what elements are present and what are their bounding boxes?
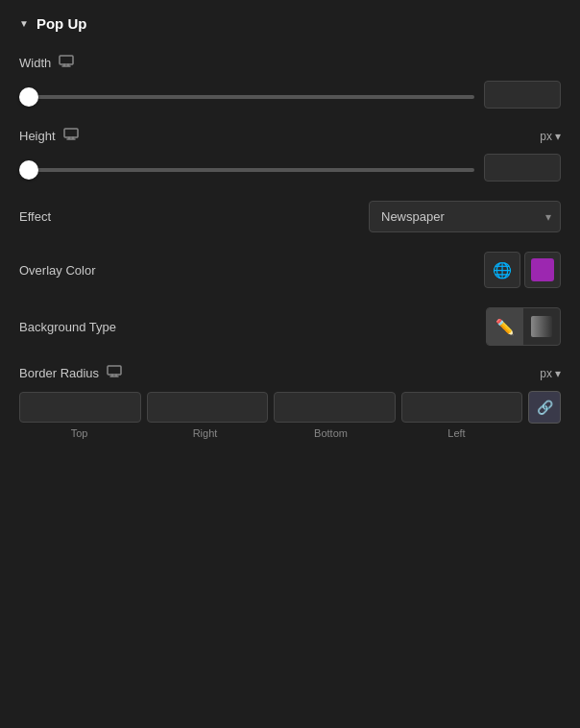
collapse-icon[interactable]: ▼ bbox=[19, 18, 29, 29]
effect-field: Effect Newspaper Fade Slide Zoom ▾ bbox=[19, 201, 561, 232]
border-right-label: Right bbox=[145, 427, 265, 439]
effect-label: Effect bbox=[19, 209, 51, 224]
width-label-row: Width bbox=[19, 55, 561, 71]
border-radius-right-input[interactable] bbox=[147, 392, 269, 423]
border-radius-unit-selector[interactable]: px ▾ bbox=[540, 367, 561, 380]
border-radius-left-input[interactable] bbox=[401, 392, 523, 423]
background-type-field: Background Type ✏️ bbox=[19, 307, 561, 346]
border-radius-bottom-input[interactable] bbox=[274, 392, 396, 423]
height-label-row: Height px ▾ bbox=[19, 128, 561, 144]
border-radius-inputs: 🔗 bbox=[19, 391, 561, 424]
width-field: Width bbox=[19, 55, 561, 109]
border-top-label: Top bbox=[19, 427, 139, 439]
effect-select[interactable]: Newspaper Fade Slide Zoom bbox=[369, 201, 561, 232]
border-left-label: Left bbox=[397, 427, 517, 439]
background-type-control: ✏️ bbox=[486, 307, 561, 346]
height-monitor-icon bbox=[63, 128, 79, 144]
overlay-color-inner bbox=[531, 258, 554, 281]
svg-rect-2 bbox=[108, 366, 121, 375]
gradient-thumb bbox=[531, 316, 552, 337]
svg-rect-0 bbox=[60, 56, 73, 64]
width-input[interactable] bbox=[484, 81, 561, 109]
width-monitor-icon bbox=[59, 55, 74, 71]
overlay-color-control: 🌐 bbox=[484, 252, 561, 288]
height-label: Height bbox=[19, 129, 56, 143]
height-input[interactable] bbox=[484, 154, 561, 182]
overlay-globe-button[interactable]: 🌐 bbox=[484, 252, 520, 288]
height-label-left: Height bbox=[19, 128, 79, 144]
overlay-color-field: Overlay Color 🌐 bbox=[19, 252, 561, 288]
height-slider-container bbox=[19, 154, 561, 182]
border-radius-monitor-icon bbox=[107, 365, 122, 381]
width-slider-container bbox=[19, 81, 561, 109]
border-radius-label-row: Border Radius px ▾ bbox=[19, 365, 561, 381]
width-slider-wrapper bbox=[19, 87, 474, 102]
border-radius-link-button[interactable]: 🔗 bbox=[528, 391, 561, 424]
bg-type-solid-button[interactable]: ✏️ bbox=[487, 308, 523, 345]
panel-title: Pop Up bbox=[36, 15, 87, 32]
bg-type-gradient-button[interactable] bbox=[523, 308, 560, 345]
height-unit-chevron: ▾ bbox=[555, 130, 561, 143]
border-radius-label-left: Border Radius bbox=[19, 365, 122, 381]
svg-rect-1 bbox=[64, 129, 78, 137]
height-slider[interactable] bbox=[19, 168, 474, 172]
border-radius-section: Border Radius px ▾ 🔗 bbox=[19, 365, 561, 439]
height-unit: px bbox=[540, 130, 552, 143]
overlay-color-swatch[interactable] bbox=[524, 252, 561, 288]
height-slider-wrapper bbox=[19, 160, 474, 175]
effect-select-wrapper: Newspaper Fade Slide Zoom ▾ bbox=[369, 201, 561, 232]
overlay-color-label: Overlay Color bbox=[19, 263, 95, 278]
height-field: Height px ▾ bbox=[19, 128, 561, 182]
background-type-label: Background Type bbox=[19, 320, 116, 334]
border-bottom-label: Bottom bbox=[271, 427, 391, 439]
border-radius-unit-chevron: ▾ bbox=[555, 367, 561, 380]
popup-panel: ▼ Pop Up Width Height bbox=[0, 0, 580, 454]
border-radius-top-input[interactable] bbox=[19, 392, 141, 423]
paintbrush-icon: ✏️ bbox=[495, 318, 515, 336]
globe-icon: 🌐 bbox=[493, 261, 512, 279]
link-icon: 🔗 bbox=[537, 400, 553, 415]
width-slider[interactable] bbox=[19, 95, 474, 99]
border-radius-labels: Top Right Bottom Left bbox=[19, 427, 561, 439]
height-unit-selector[interactable]: px ▾ bbox=[540, 130, 561, 143]
border-radius-unit: px bbox=[540, 367, 552, 380]
panel-header: ▼ Pop Up bbox=[19, 15, 561, 32]
border-radius-label: Border Radius bbox=[19, 366, 99, 380]
width-label: Width bbox=[19, 56, 51, 70]
